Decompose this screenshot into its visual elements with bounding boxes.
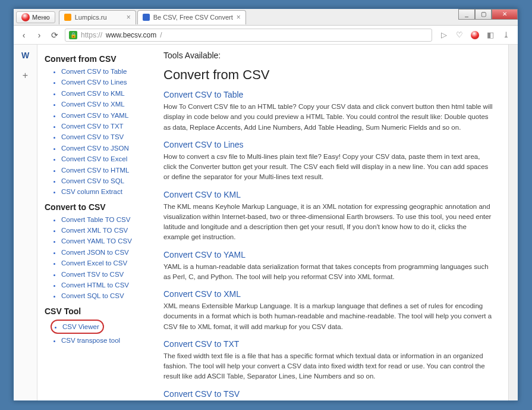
add-icon[interactable]: + — [20, 70, 32, 82]
page-content[interactable]: Convert from CSV Convert CSV to TableCon… — [37, 45, 508, 400]
minimize-button[interactable]: _ — [458, 9, 475, 20]
nav-link[interactable]: CSV column Extract — [61, 188, 122, 195]
tab-becsv[interactable]: Be CSV, Free CSV Convert × — [137, 10, 246, 24]
main-column: Tools Available: Convert from CSV Conver… — [163, 51, 506, 400]
url-path: / — [160, 31, 162, 39]
sidebar-strip: W + — [14, 45, 37, 400]
scrollbar[interactable] — [508, 45, 518, 400]
close-button[interactable]: ✕ — [492, 9, 518, 20]
nav-column: Convert from CSV Convert CSV to TableCon… — [45, 51, 152, 400]
word-app-icon[interactable]: W — [20, 49, 32, 61]
opera-badge-icon[interactable] — [470, 30, 480, 40]
address-bar-row: ‹ › ⟳ 🔒 https://www.becsv.com/ ▷ ♡ ◧ ⤓ — [14, 26, 518, 45]
nav-link[interactable]: Convert YAML TO CSV — [61, 237, 132, 245]
heading-convert-from: Convert from CSV — [45, 54, 152, 64]
csv-transpose-link[interactable]: CSV transpose tool — [61, 337, 120, 344]
nav-link[interactable]: Convert CSV to Excel — [61, 155, 127, 162]
section-heading-link[interactable]: Convert CSV to Table — [163, 90, 494, 99]
nav-link[interactable]: Convert JSON to CSV — [61, 249, 129, 256]
nav-link[interactable]: Convert CSV to HTML — [61, 167, 129, 174]
nav-link[interactable]: Convert CSV to KML — [61, 90, 125, 97]
nav-link[interactable]: Convert CSV to SQL — [61, 177, 124, 184]
lock-icon: 🔒 — [69, 31, 77, 39]
convert-to-list: Convert Table TO CSVConvert XML TO CSVCo… — [45, 214, 152, 302]
tabs-bar: Меню Lumpics.ru × Be CSV, Free CSV Conve… — [14, 9, 518, 26]
opera-icon — [21, 13, 30, 21]
section-body: How to convert a csv file to Multi-lines… — [163, 152, 494, 183]
nav-link[interactable]: Convert SQL to CSV — [61, 292, 124, 299]
extension-icon[interactable]: ◧ — [486, 30, 495, 40]
address-input[interactable]: 🔒 https://www.becsv.com/ — [65, 29, 432, 42]
nav-link[interactable]: Convert Table TO CSV — [61, 216, 130, 223]
favicon-icon — [143, 14, 150, 21]
tab-label: Lumpics.ru — [75, 14, 107, 21]
section-heading-link[interactable]: Convert CSV to TXT — [163, 339, 494, 349]
section-heading-link[interactable]: Convert CSV to Lines — [163, 140, 494, 149]
favicon-icon — [64, 14, 71, 21]
page-title: Convert from CSV — [163, 67, 494, 83]
menu-label: Меню — [32, 14, 50, 21]
nav-link[interactable]: Convert CSV to XML — [61, 101, 125, 108]
section-heading-link[interactable]: Convert CSV to TSV — [163, 389, 494, 399]
tab-close-icon[interactable]: × — [127, 13, 131, 21]
maximize-button[interactable]: ▢ — [475, 9, 492, 20]
heading-csv-tool: CSV Tool — [45, 306, 152, 316]
tools-available-label: Tools Available: — [163, 51, 494, 60]
forward-button[interactable]: › — [34, 30, 45, 40]
nav-link[interactable]: Convert XML TO CSV — [61, 227, 128, 234]
nav-link[interactable]: Convert CSV to Lines — [61, 79, 127, 86]
back-button[interactable]: ‹ — [18, 30, 29, 40]
csv-viewer-link[interactable]: CSV Viewer — [62, 323, 99, 330]
content-area: W + Convert from CSV Convert CSV to Tabl… — [14, 45, 518, 400]
section-heading-link[interactable]: Convert CSV to YAML — [163, 250, 494, 259]
reload-button[interactable]: ⟳ — [49, 30, 60, 40]
window-controls: _ ▢ ✕ — [458, 9, 518, 20]
url-protocol: https:// — [81, 31, 102, 39]
section-body: How To Convert CSV file to an HTML table… — [163, 102, 494, 133]
url-host: www.becsv.com — [106, 31, 156, 39]
convert-from-list: Convert CSV to TableConvert CSV to Lines… — [45, 66, 152, 198]
csv-viewer-highlight: CSV Viewer — [51, 320, 104, 334]
tab-close-icon[interactable]: × — [237, 13, 241, 21]
nav-link[interactable]: Convert CSV to YAML — [61, 112, 128, 119]
nav-link[interactable]: Convert CSV to TXT — [61, 123, 124, 130]
download-icon[interactable]: ⤓ — [501, 30, 511, 40]
section-body: XML means Extensible Markup Language. It… — [163, 301, 494, 332]
nav-link[interactable]: Convert CSV to Table — [61, 68, 127, 75]
toolbar-right-icons: ▷ ♡ ◧ ⤓ — [437, 30, 513, 40]
section-body: The KML means Keyhole Markup Language, i… — [163, 202, 494, 243]
nav-link[interactable]: Convert TSV to CSV — [61, 271, 124, 278]
nav-link[interactable]: Convert CSV to TSV — [61, 133, 124, 140]
tab-label: Be CSV, Free CSV Convert — [153, 14, 233, 21]
nav-link[interactable]: Convert CSV to JSON — [61, 145, 129, 152]
section-heading-link[interactable]: Convert CSV to KML — [163, 190, 494, 199]
section-heading-link[interactable]: Convert CSV to XML — [163, 289, 494, 299]
nav-link[interactable]: Convert HTML to CSV — [61, 281, 129, 289]
section-body: The fixed width text file is a file that… — [163, 351, 494, 382]
section-body: YAML is a human-readable data serializat… — [163, 262, 494, 283]
nav-link[interactable]: Convert Excel to CSV — [61, 259, 127, 267]
heading-convert-to: Convert to CSV — [45, 202, 152, 212]
bookmark-icon[interactable]: ♡ — [455, 30, 464, 40]
send-icon[interactable]: ▷ — [439, 30, 449, 40]
tab-lumpics[interactable]: Lumpics.ru × — [59, 10, 136, 24]
opera-menu-button[interactable]: Меню — [16, 11, 55, 23]
browser-window: _ ▢ ✕ Меню Lumpics.ru × Be CSV, Free CSV… — [13, 8, 518, 401]
